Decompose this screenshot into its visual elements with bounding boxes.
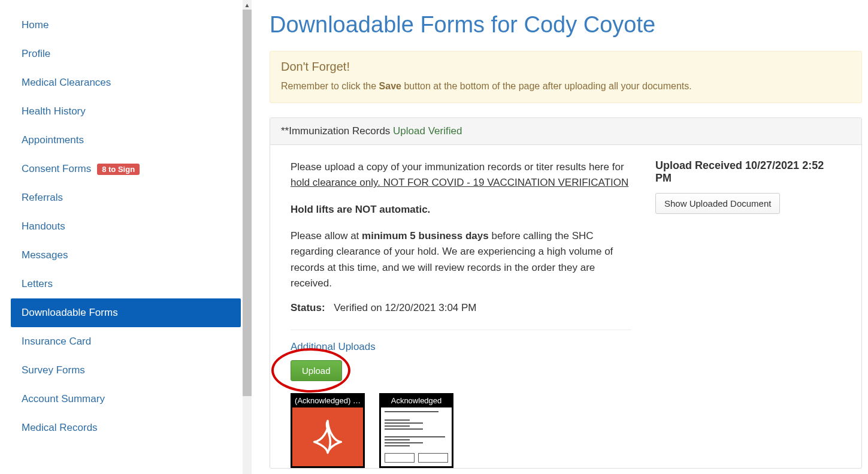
nav-survey-forms[interactable]: Survey Forms — [11, 356, 241, 385]
instr1-underline: hold clearance only. NOT FOR COVID - 19 … — [291, 177, 628, 188]
additional-uploads-title: Additional Uploads — [291, 341, 631, 353]
nav-list: Home Profile Medical Clearances Health H… — [0, 11, 252, 442]
nav-messages[interactable]: Messages — [11, 241, 241, 270]
upload-thumbnails: (Acknowledged) … Acknowledged — [291, 393, 631, 468]
upload-thumbnail[interactable]: Acknowledged — [379, 393, 453, 468]
upload-received-title: Upload Received 10/27/2021 2:52 PM — [655, 159, 841, 185]
instr1-before: Please upload a copy of your immunizatio… — [291, 161, 624, 173]
nav-label: Consent Forms — [22, 163, 91, 175]
panel-header[interactable]: **Immunization Records Upload Verified — [270, 118, 861, 145]
nav-account-summary[interactable]: Account Summary — [11, 385, 241, 413]
thumbnail-label: Acknowledged — [381, 395, 452, 407]
main-content: Downloadable Forms for Cody Coyote Don't… — [252, 0, 868, 474]
nav-label: Referrals — [22, 192, 63, 204]
adobe-pdf-icon — [307, 416, 349, 458]
status-value: Verified on 12/20/2021 3:04 PM — [334, 302, 476, 313]
nav-profile[interactable]: Profile — [11, 40, 241, 68]
scroll-up-arrow-icon[interactable]: ▲ — [243, 0, 252, 10]
instructions-line-2: Hold lifts are NOT automatic. — [291, 202, 631, 218]
panel-header-status: Upload Verified — [393, 125, 462, 137]
nav-downloadable-forms[interactable]: Downloadable Forms — [11, 298, 241, 327]
nav-label: Insurance Card — [22, 336, 91, 348]
nav-label: Medical Records — [22, 422, 98, 434]
panel-left: Please upload a copy of your immunizatio… — [291, 159, 631, 468]
document-icon — [381, 407, 452, 466]
nav-label: Account Summary — [22, 393, 105, 405]
alert-text-after: button at the bottom of the page after u… — [401, 81, 692, 91]
thumbnail-label: (Acknowledged) … — [292, 395, 363, 407]
page-title: Downloadable Forms for Cody Coyote — [270, 12, 862, 38]
instructions-line-1: Please upload a copy of your immunizatio… — [291, 159, 631, 191]
nav-insurance-card[interactable]: Insurance Card — [11, 327, 241, 356]
reminder-alert: Don't Forget! Remember to click the Save… — [270, 51, 862, 103]
nav-label: Profile — [22, 48, 50, 60]
upload-button[interactable]: Upload — [291, 360, 342, 381]
instr2: Hold lifts are NOT automatic. — [291, 204, 430, 215]
panel-body: Please upload a copy of your immunizatio… — [270, 145, 861, 468]
upload-row: Upload — [291, 360, 342, 381]
nav-appointments[interactable]: Appointments — [11, 126, 241, 155]
instructions-line-3: Please allow at minimum 5 business days … — [291, 228, 631, 291]
nav-referrals[interactable]: Referrals — [11, 183, 241, 212]
alert-text: Remember to click the Save button at the… — [281, 81, 851, 92]
nav-health-history[interactable]: Health History — [11, 97, 241, 126]
nav-label: Letters — [22, 278, 53, 290]
thumbnail-preview — [292, 407, 363, 466]
panel-right: Upload Received 10/27/2021 2:52 PM Show … — [655, 159, 841, 468]
status-line: Status: Verified on 12/20/2021 3:04 PM — [291, 302, 631, 314]
nav-label: Home — [22, 19, 49, 31]
upload-thumbnail[interactable]: (Acknowledged) … — [291, 393, 365, 468]
divider — [291, 330, 631, 330]
sidebar-scrollbar[interactable]: ▲ — [243, 0, 252, 474]
badge-to-sign: 8 to Sign — [97, 164, 140, 175]
nav-label: Messages — [22, 249, 68, 261]
sidebar: Home Profile Medical Clearances Health H… — [0, 0, 252, 474]
thumbnail-preview — [381, 407, 452, 466]
alert-text-before: Remember to click the — [281, 81, 379, 91]
nav-label: Health History — [22, 105, 86, 117]
nav-label: Medical Clearances — [22, 77, 111, 89]
show-uploaded-document-button[interactable]: Show Uploaded Document — [655, 193, 780, 214]
nav-label: Downloadable Forms — [22, 307, 118, 319]
nav-label: Appointments — [22, 134, 84, 146]
nav-home[interactable]: Home — [11, 11, 241, 40]
alert-title: Don't Forget! — [281, 60, 851, 74]
scroll-thumb[interactable] — [243, 10, 252, 396]
panel-header-prefix: **Immunization Records — [281, 125, 393, 137]
nav-letters[interactable]: Letters — [11, 270, 241, 298]
nav-medical-clearances[interactable]: Medical Clearances — [11, 68, 241, 97]
pdf-icon — [292, 407, 363, 466]
nav-handouts[interactable]: Handouts — [11, 212, 241, 241]
nav-consent-forms[interactable]: Consent Forms 8 to Sign — [11, 155, 241, 183]
instr3-before: Please allow at — [291, 230, 362, 241]
instr3-bold: minimum 5 business days — [362, 230, 489, 241]
nav-medical-records[interactable]: Medical Records — [11, 413, 241, 442]
nav-label: Survey Forms — [22, 364, 85, 376]
status-label: Status: — [291, 302, 325, 313]
alert-text-bold: Save — [379, 81, 401, 91]
immunization-panel: **Immunization Records Upload Verified P… — [270, 117, 862, 469]
nav-label: Handouts — [22, 221, 65, 233]
